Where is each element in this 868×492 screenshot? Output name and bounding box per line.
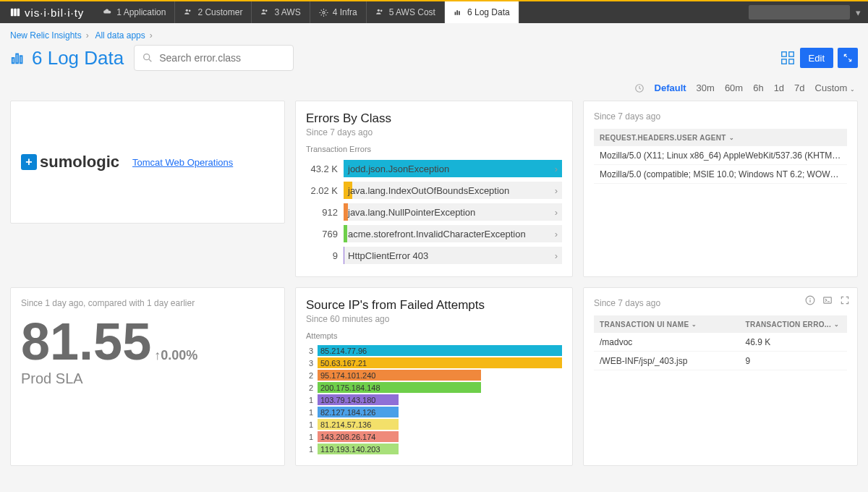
nav-tab[interactable]: 6 Log Data [445, 1, 519, 23]
svg-point-3 [186, 9, 188, 11]
table-row[interactable]: Mozilla/5.0 (X11; Linux x86_64) AppleWeb… [594, 146, 847, 165]
expand-button[interactable] [838, 48, 858, 68]
error-class-label: java.lang.IndexOutOfBoundsException [344, 185, 509, 196]
sla-value: 81.55↑0.00% [21, 315, 274, 368]
ip-bar-row[interactable]: 350.63.167.21 [306, 357, 562, 369]
users-icon [375, 8, 385, 17]
card-since: Since 60 minutes ago [306, 314, 562, 324]
svg-point-9 [380, 9, 382, 12]
time-range-option[interactable]: 1d [774, 82, 784, 93]
sumologic-link[interactable]: Tomcat Web Operations [132, 157, 233, 168]
svg-rect-22 [788, 59, 793, 64]
ip-address: 50.63.167.21 [318, 359, 367, 368]
user-menu[interactable] [749, 5, 850, 20]
error-bar-row[interactable]: 912java.lang.NullPointerException› [306, 201, 562, 223]
card-since: Since 1 day ago, compared with 1 day ear… [21, 298, 274, 308]
attempt-count: 3 [306, 359, 313, 368]
time-range-option[interactable]: Custom ⌄ [815, 82, 855, 93]
table-row[interactable]: /WEB-INF/jsp/_403.jsp9 [594, 352, 847, 370]
card-sublabel: Transaction Errors [306, 145, 562, 153]
attempt-count: 1 [306, 445, 313, 454]
card-sumologic: +sumologic Tomcat Web Operations [10, 101, 285, 224]
ip-bar-row[interactable]: 182.127.184.126 [306, 406, 562, 418]
fullscreen-icon[interactable] [840, 295, 850, 305]
time-range-option[interactable]: 6h [753, 82, 763, 93]
svg-rect-27 [824, 297, 832, 303]
time-range-picker: Default 30m 60m 6h 1d 7d Custom ⌄ [0, 78, 868, 101]
error-count: 769 [306, 229, 338, 239]
ip-bar-row[interactable]: 295.174.101.240 [306, 369, 562, 381]
ip-bar-row[interactable]: 2200.175.184.148 [306, 381, 562, 394]
table-row[interactable]: /madvoc46.9 K [594, 333, 847, 352]
attempt-count: 2 [306, 383, 313, 392]
svg-point-25 [809, 298, 810, 299]
svg-rect-26 [809, 300, 810, 302]
breadcrumb-item[interactable]: All data apps [95, 30, 145, 41]
time-range-option[interactable]: 30m [697, 82, 715, 93]
svg-rect-2 [17, 9, 20, 17]
attempt-count: 2 [306, 371, 313, 380]
svg-line-18 [149, 59, 151, 62]
ip-bar-row[interactable]: 1119.193.140.203 [306, 443, 562, 455]
table-row[interactable]: Mozilla/5.0 (compatible; MSIE 10.0; Wind… [594, 165, 847, 184]
search-input[interactable] [134, 45, 294, 71]
nav-tab[interactable]: 1 Application [94, 1, 175, 23]
error-class-label: acme.storefront.InvalidCharacterExceptio… [344, 229, 526, 239]
table-header[interactable]: REQUEST.HEADERS.USER AGENT ⌄ [594, 129, 847, 146]
title-bar: 6 Log Data Edit [0, 45, 868, 78]
users-icon [184, 8, 193, 17]
breadcrumb-item[interactable]: New Relic Insights [10, 30, 82, 41]
svg-point-5 [263, 9, 265, 11]
info-icon[interactable] [805, 295, 815, 305]
page-title: 6 Log Data [10, 47, 124, 69]
sla-label: Prod SLA [21, 370, 274, 387]
ip-address: 85.214.77.96 [318, 347, 367, 355]
svg-rect-0 [11, 9, 14, 17]
error-count: 9 [306, 250, 338, 261]
search-icon [142, 52, 153, 64]
nav-tab[interactable]: 5 AWS Cost [367, 1, 445, 23]
error-bar-row[interactable]: 2.02 Kjava.lang.IndexOutOfBoundsExceptio… [306, 179, 562, 201]
column-header[interactable]: TRANSACTION UI NAME ⌄ [594, 321, 740, 328]
error-bar-row[interactable]: 9HttpClientError 403› [306, 245, 562, 266]
clock-icon [634, 83, 644, 93]
breadcrumb: New Relic Insights› All data apps› [0, 23, 868, 45]
nav-tab[interactable]: 4 Infra [310, 1, 367, 23]
card-source-ips: Source IP's from Failed Attempts Since 6… [295, 287, 573, 466]
card-since: Since 7 days ago [306, 127, 562, 137]
ip-bar-row[interactable]: 1103.79.143.180 [306, 394, 562, 406]
time-range-option[interactable]: 60m [725, 82, 743, 93]
error-count: 43.2 K [306, 164, 338, 174]
svg-point-7 [323, 11, 325, 13]
user-menu-caret-icon[interactable]: ▾ [856, 7, 861, 18]
error-bar-row[interactable]: 769acme.storefront.InvalidCharacterExcep… [306, 223, 562, 245]
ip-address: 200.175.184.148 [318, 383, 380, 392]
svg-point-17 [144, 54, 150, 60]
attempt-count: 1 [306, 408, 313, 417]
expand-icon [843, 53, 853, 63]
cloud-icon [103, 8, 112, 17]
time-range-default[interactable]: Default [655, 82, 686, 93]
ip-address: 103.79.143.180 [318, 396, 375, 404]
svg-rect-1 [14, 9, 17, 17]
grid-view-icon[interactable] [780, 50, 796, 66]
column-header[interactable]: TRANSACTION ERRO... ⌄ [740, 321, 848, 328]
terminal-icon[interactable] [822, 295, 833, 305]
nav-tab[interactable]: 2 Customer [175, 1, 252, 23]
error-count: 2.02 K [306, 185, 338, 196]
svg-point-6 [265, 9, 268, 12]
ip-bar-row[interactable]: 385.214.77.96 [306, 344, 562, 357]
svg-rect-15 [20, 56, 22, 63]
edit-button[interactable]: Edit [800, 48, 833, 68]
ip-address: 95.174.101.240 [318, 371, 375, 380]
chevron-right-icon: › [555, 207, 558, 218]
ip-bar-row[interactable]: 181.214.57.136 [306, 418, 562, 430]
chevron-right-icon: › [555, 229, 558, 239]
error-class-label: jodd.json.JsonException [344, 164, 449, 174]
ip-bar-row[interactable]: 1143.208.26.174 [306, 430, 562, 443]
error-bar-row[interactable]: 43.2 Kjodd.json.JsonException› [306, 158, 562, 179]
time-range-option[interactable]: 7d [794, 82, 804, 93]
svg-rect-12 [459, 11, 460, 14]
gear-icon [319, 8, 328, 17]
nav-tab[interactable]: 3 AWS [252, 1, 310, 23]
